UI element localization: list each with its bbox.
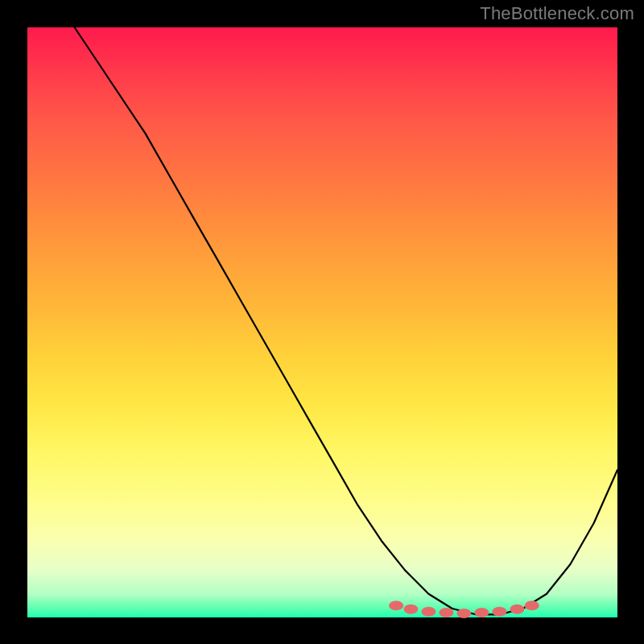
marker-dot (474, 608, 489, 617)
marker-dot (389, 601, 403, 610)
chart-svg (27, 27, 617, 617)
plot-area (27, 27, 617, 617)
marker-dot (403, 605, 418, 614)
bottleneck-curve-line (75, 27, 617, 614)
marker-dot (492, 607, 506, 617)
chart-frame: TheBottleneck.com (0, 0, 644, 644)
optimal-zone-markers (389, 601, 539, 618)
marker-dot (456, 609, 471, 618)
marker-dot (510, 605, 524, 614)
attribution-text: TheBottleneck.com (480, 3, 634, 24)
marker-dot (421, 607, 436, 617)
marker-dot (439, 608, 453, 617)
marker-dot (525, 601, 539, 610)
